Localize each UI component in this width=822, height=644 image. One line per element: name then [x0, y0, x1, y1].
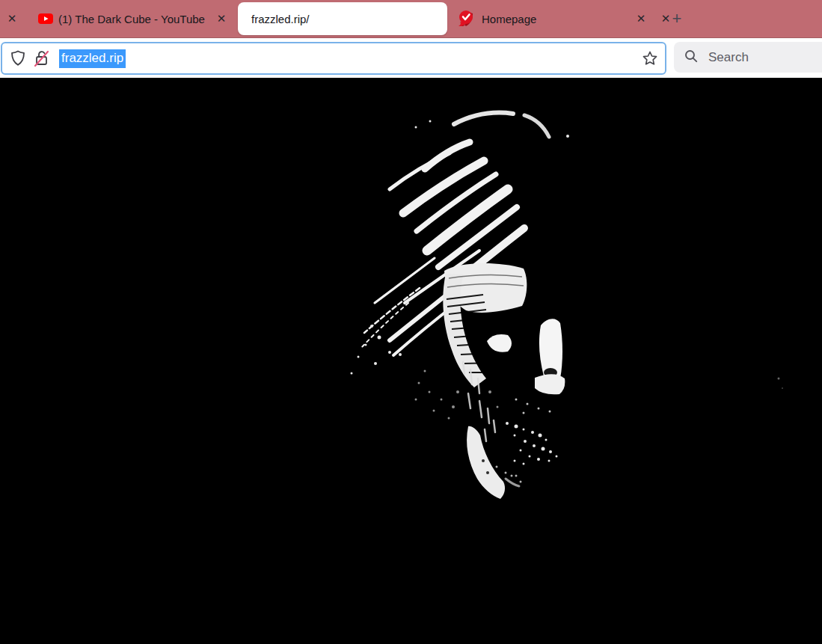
tab-homepage-label: Homepage [482, 0, 536, 37]
navigation-toolbar: frazzled.rip Search [0, 38, 822, 78]
url-selected-text[interactable]: frazzled.rip [59, 49, 126, 68]
search-icon [684, 49, 699, 67]
search-placeholder: Search [708, 50, 749, 65]
youtube-icon [37, 11, 54, 26]
bookmark-star-icon[interactable] [641, 49, 659, 67]
tab-frazzled-active[interactable]: frazzled.rip/ ✕ [238, 2, 447, 35]
new-tab-button[interactable]: + [666, 8, 687, 29]
portrait-image [0, 78, 822, 644]
tab-youtube-close-icon[interactable]: ✕ [211, 8, 232, 29]
tab-frazzled-label: frazzled.rip/ [251, 2, 310, 35]
insecure-lock-icon[interactable] [32, 49, 52, 68]
search-field[interactable]: Search [674, 42, 822, 73]
tab-homepage-close-icon[interactable]: ✕ [631, 8, 651, 29]
tab-youtube-label: (1) The Dark Cube - YouTube [58, 0, 205, 37]
page-content [0, 78, 822, 644]
tracking-protection-shield-icon[interactable] [8, 49, 28, 67]
shield-check-icon [457, 10, 473, 25]
tab-bar: ✕ (1) The Dark Cube - YouTube ✕ frazzled… [0, 0, 822, 38]
tab-strip-close-icon[interactable]: ✕ [1, 8, 22, 29]
url-bar[interactable]: frazzled.rip [1, 42, 666, 75]
